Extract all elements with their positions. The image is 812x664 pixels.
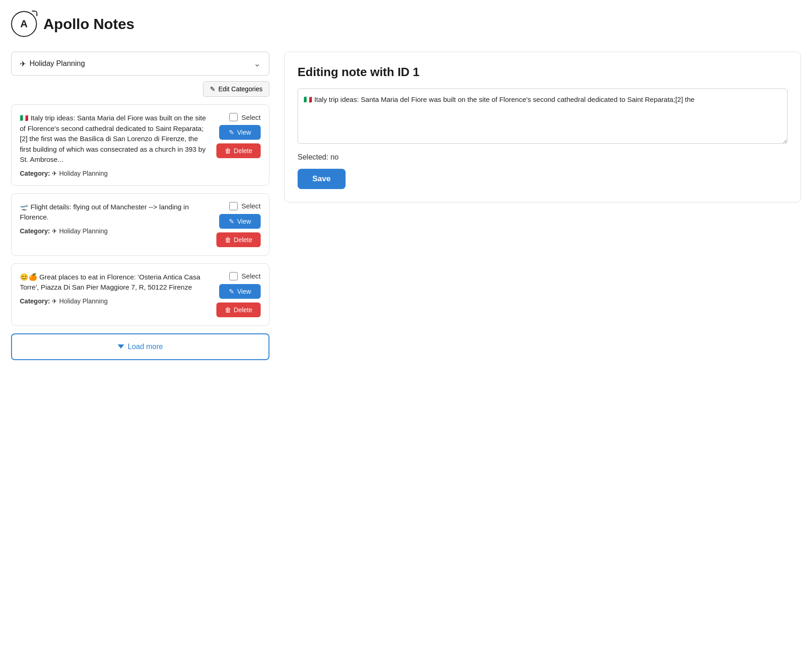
view-button-1[interactable]: ✎ View bbox=[219, 125, 261, 140]
notes-list: 🇮🇹 Italy trip ideas: Santa Maria del Fio… bbox=[11, 104, 269, 326]
note-content-3: 😊🍊 Great places to eat in Florence: 'Ost… bbox=[20, 272, 209, 317]
trash-icon-2: 🗑 bbox=[225, 236, 231, 243]
note-category-2: Category: ✈ Holiday Planning bbox=[20, 227, 209, 235]
note-category-label-3: Holiday Planning bbox=[59, 297, 107, 305]
view-icon-1: ✎ bbox=[229, 129, 234, 136]
note-text-1: 🇮🇹 Italy trip ideas: Santa Maria del Fio… bbox=[20, 113, 209, 165]
select-row-3: Select bbox=[229, 272, 261, 280]
app-logo: A bbox=[11, 11, 37, 37]
note-category-label-2: Holiday Planning bbox=[59, 227, 107, 235]
note-content-1: 🇮🇹 Italy trip ideas: Santa Maria del Fio… bbox=[20, 113, 209, 177]
select-row-1: Select bbox=[229, 113, 261, 121]
category-selected-label: Holiday Planning bbox=[30, 59, 85, 68]
editor-title: Editing note with ID 1 bbox=[298, 65, 788, 79]
note-icon-3: 😊🍊 bbox=[20, 273, 37, 281]
select-label-3: Select bbox=[241, 272, 261, 280]
note-actions-3: Select ✎ View 🗑 Delete bbox=[216, 272, 261, 317]
note-card: 😊🍊 Great places to eat in Florence: 'Ost… bbox=[11, 263, 269, 326]
edit-categories-button[interactable]: ✎ Edit Categories bbox=[203, 81, 269, 97]
delete-button-3[interactable]: 🗑 Delete bbox=[216, 302, 261, 317]
view-icon-2: ✎ bbox=[229, 218, 234, 225]
note-text-3: 😊🍊 Great places to eat in Florence: 'Ost… bbox=[20, 272, 209, 293]
note-icon-1: 🇮🇹 bbox=[20, 114, 29, 122]
note-category-icon-1: ✈ bbox=[52, 170, 57, 177]
delete-button-1[interactable]: 🗑 Delete bbox=[216, 143, 261, 158]
view-button-3[interactable]: ✎ View bbox=[219, 284, 261, 299]
edit-categories-row: ✎ Edit Categories bbox=[11, 81, 269, 97]
note-card: 🇮🇹 Italy trip ideas: Santa Maria del Fio… bbox=[11, 104, 269, 186]
note-icon-2: 🛫 bbox=[20, 203, 29, 211]
save-button[interactable]: Save bbox=[298, 169, 346, 189]
delete-button-2[interactable]: 🗑 Delete bbox=[216, 232, 261, 247]
edit-icon: ✎ bbox=[210, 85, 215, 93]
note-category-icon-3: ✈ bbox=[52, 297, 57, 305]
left-panel: ✈ Holiday Planning ⌄ ✎ Edit Categories 🇮… bbox=[11, 52, 269, 360]
category-plane-icon: ✈ bbox=[20, 59, 26, 68]
note-category-1: Category: ✈ Holiday Planning bbox=[20, 170, 209, 177]
triangle-down-icon bbox=[118, 344, 124, 349]
category-selector-left: ✈ Holiday Planning bbox=[20, 59, 85, 68]
chevron-down-icon: ⌄ bbox=[254, 59, 261, 69]
select-row-2: Select bbox=[229, 202, 261, 210]
select-label-2: Select bbox=[241, 202, 261, 210]
note-category-label-1: Holiday Planning bbox=[59, 170, 107, 177]
app-header: A Apollo Notes bbox=[11, 11, 801, 37]
note-text-2: 🛫 Flight details: flying out of Manchest… bbox=[20, 202, 209, 223]
logo-letter: A bbox=[20, 18, 28, 30]
note-actions-2: Select ✎ View 🗑 Delete bbox=[216, 202, 261, 247]
category-selector[interactable]: ✈ Holiday Planning ⌄ bbox=[11, 52, 269, 76]
app-title: Apollo Notes bbox=[43, 16, 134, 33]
note-category-icon-2: ✈ bbox=[52, 227, 57, 235]
note-actions-1: Select ✎ View 🗑 Delete bbox=[216, 113, 261, 177]
select-checkbox-2[interactable] bbox=[229, 202, 238, 210]
load-more-label: Load more bbox=[128, 343, 163, 351]
editor-panel: Editing note with ID 1 Selected: no Save bbox=[284, 52, 801, 202]
note-content-2: 🛫 Flight details: flying out of Manchest… bbox=[20, 202, 209, 247]
load-more-button[interactable]: Load more bbox=[11, 333, 269, 360]
select-checkbox-3[interactable] bbox=[229, 272, 238, 280]
edit-categories-label: Edit Categories bbox=[218, 85, 263, 93]
view-button-2[interactable]: ✎ View bbox=[219, 214, 261, 229]
note-card: 🛫 Flight details: flying out of Manchest… bbox=[11, 193, 269, 256]
selected-status: Selected: no bbox=[298, 153, 788, 161]
main-layout: ✈ Holiday Planning ⌄ ✎ Edit Categories 🇮… bbox=[11, 52, 801, 360]
view-icon-3: ✎ bbox=[229, 288, 234, 295]
note-category-3: Category: ✈ Holiday Planning bbox=[20, 297, 209, 305]
select-checkbox-1[interactable] bbox=[229, 113, 238, 121]
trash-icon-1: 🗑 bbox=[225, 147, 231, 154]
trash-icon-3: 🗑 bbox=[225, 306, 231, 314]
select-label-1: Select bbox=[241, 113, 261, 121]
editor-textarea[interactable] bbox=[298, 89, 788, 144]
